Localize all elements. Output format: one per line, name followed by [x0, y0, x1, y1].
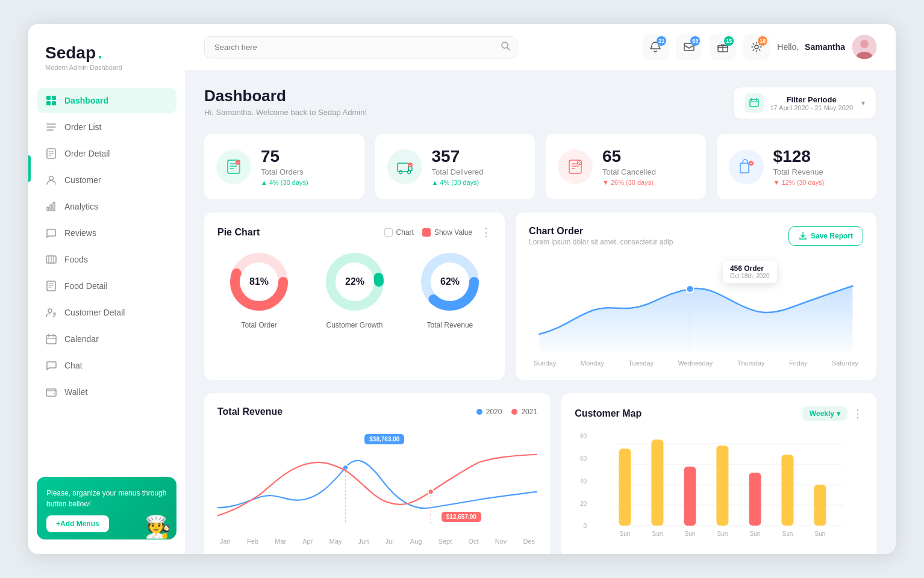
wallet-icon	[45, 386, 57, 398]
sidebar-item-chat[interactable]: Chat	[37, 353, 176, 378]
total-revenue-chart-card: Total Revenue 2020 2021	[204, 393, 551, 554]
messages-icon-btn[interactable]: 63	[676, 34, 702, 60]
notifications-bell[interactable]: 21	[642, 34, 669, 60]
stats-row: ! 75 Total Orders ▲4% (30 days)	[204, 134, 876, 199]
x-axis: Sunday Monday Tuesday Wednesday Thursday…	[529, 359, 863, 367]
stat-info: $128 Total Revenue ▼12% (30 days)	[773, 147, 825, 186]
page-header-left: Dashboard Hi, Samantha. Welcome back to …	[204, 87, 367, 117]
stat-change: ▲4% (30 days)	[261, 179, 308, 186]
user-greeting: Hello, Samantha	[777, 42, 845, 52]
user-avatar[interactable]	[852, 35, 876, 59]
customer-growth-donut: 22%	[322, 249, 388, 315]
svg-rect-88	[684, 467, 696, 526]
chart-options-icon[interactable]: ⋮	[481, 226, 492, 239]
sidebar-item-reviews[interactable]: Reviews	[37, 220, 176, 246]
sidebar-item-order-detail[interactable]: Order Detail	[37, 141, 176, 166]
settings-icon-btn[interactable]: 18	[743, 34, 770, 60]
legend-box	[422, 228, 431, 237]
user-name: Samantha	[805, 42, 845, 52]
svg-rect-3	[52, 101, 56, 105]
svg-rect-27	[46, 335, 56, 344]
stat-info: 65 Total Cancelled ▼26% (30 days)	[602, 147, 656, 186]
svg-text:Sun: Sun	[750, 530, 761, 537]
sidebar-item-analytics[interactable]: Analytics	[37, 194, 176, 219]
revenue-legend: 2020 2021	[476, 408, 537, 416]
chart-order-card: Chart Order Lorem ipsum dolor sit amet, …	[516, 213, 876, 380]
legend-box	[384, 228, 393, 237]
promo-text: Please, organize your menus through butt…	[46, 488, 167, 509]
sidebar-item-dashboard[interactable]: Dashboard	[37, 88, 176, 113]
y-axis: 80 60 40 20 0	[575, 430, 587, 541]
svg-text:Sun: Sun	[815, 530, 826, 537]
customer-map-options-icon[interactable]: ⋮	[852, 407, 863, 420]
svg-text:Sun: Sun	[717, 530, 728, 537]
sidebar-item-customer[interactable]: Customer	[37, 167, 176, 193]
chart-tooltip: 456 Order Oct 18th, 2020	[723, 261, 777, 283]
bell-badge: 21	[657, 36, 666, 46]
svg-point-11	[49, 176, 54, 181]
sidebar-item-label: Customer Detail	[64, 308, 125, 317]
settings-badge: 18	[758, 36, 767, 46]
total-orders-icon: !	[216, 149, 251, 184]
sidebar-item-wallet[interactable]: Wallet	[37, 379, 176, 405]
svg-text:62%: 62%	[440, 276, 460, 287]
svg-rect-64	[740, 163, 749, 173]
total-delivered-icon	[387, 149, 422, 184]
stat-info: 357 Total Delivered ▲4% (30 days)	[432, 147, 484, 186]
food-detail-icon	[45, 280, 57, 292]
sidebar-item-order-list[interactable]: Order List	[37, 114, 176, 140]
svg-rect-0	[46, 96, 51, 100]
svg-point-55	[407, 170, 410, 173]
customer-icon	[45, 174, 57, 186]
filter-chevron-icon: ▾	[861, 99, 865, 107]
svg-rect-1	[52, 96, 56, 100]
pie-label-total-order: Total Order	[241, 321, 276, 329]
revenue-high-tooltip: $38,763.00	[364, 434, 404, 444]
add-menus-button[interactable]: +Add Menus	[46, 515, 109, 532]
area-chart-container: 456 Order Oct 18th, 2020	[529, 256, 863, 367]
order-detail-icon	[45, 148, 57, 160]
legend-show-value: Show Value	[422, 228, 472, 237]
sidebar-item-foods[interactable]: Foods	[37, 247, 176, 272]
pie-chart-title: Pie Chart	[217, 227, 260, 238]
svg-rect-14	[53, 202, 55, 211]
svg-rect-12	[47, 207, 49, 211]
sidebar-item-calendar[interactable]: Calendar	[37, 326, 176, 352]
svg-rect-91	[782, 455, 794, 526]
svg-text:81%: 81%	[249, 276, 269, 287]
gift-icon-btn[interactable]: 15	[710, 34, 736, 60]
search-button[interactable]	[501, 41, 510, 53]
calendar-icon	[45, 333, 57, 345]
pie-total-revenue: 62% Total Revenue	[417, 249, 483, 329]
customer-map-title: Customer Map	[575, 408, 641, 419]
message-badge: 63	[690, 36, 700, 46]
filter-period-button[interactable]: Filter Periode 17 April 2020 - 21 May 20…	[733, 87, 876, 119]
revenue-x-axis: Jan Feb Mar Apr May Jun Jul Aug Sept Oct…	[217, 538, 537, 545]
pie-label-customer-growth: Customer Growth	[326, 321, 383, 329]
pie-label-total-revenue: Total Revenue	[427, 321, 473, 329]
sidebar-item-label: Customer	[64, 175, 101, 185]
foods-icon	[45, 253, 57, 266]
svg-rect-13	[50, 205, 52, 211]
search-input[interactable]	[204, 36, 517, 58]
sidebar-item-food-detail[interactable]: Food Detail	[37, 273, 176, 299]
svg-point-38	[755, 45, 758, 49]
sidebar-item-customer-detail[interactable]: Customer Detail	[37, 300, 176, 325]
dashboard-icon	[45, 95, 57, 107]
sidebar-item-label: Dashboard	[64, 96, 108, 105]
pie-charts-row: 81% Total Order 22% Customer Growth	[217, 249, 492, 329]
weekly-filter-button[interactable]: Weekly ▾	[802, 406, 848, 421]
chart-controls: Chart Show Value ⋮	[384, 226, 492, 239]
chevron-down-icon: ▾	[837, 409, 840, 418]
save-report-button[interactable]: Save Report	[788, 226, 863, 246]
gift-badge: 15	[724, 36, 734, 46]
svg-rect-89	[717, 446, 729, 526]
header-icons: 21 63 15	[642, 34, 876, 60]
page-title: Dashboard	[204, 87, 367, 105]
total-cancelled-icon	[558, 149, 593, 184]
svg-rect-90	[749, 473, 761, 526]
stat-change: ▼26% (30 days)	[602, 179, 656, 186]
chat-icon	[45, 359, 57, 371]
customer-detail-icon	[45, 306, 57, 319]
sidebar-item-label: Wallet	[64, 387, 87, 397]
